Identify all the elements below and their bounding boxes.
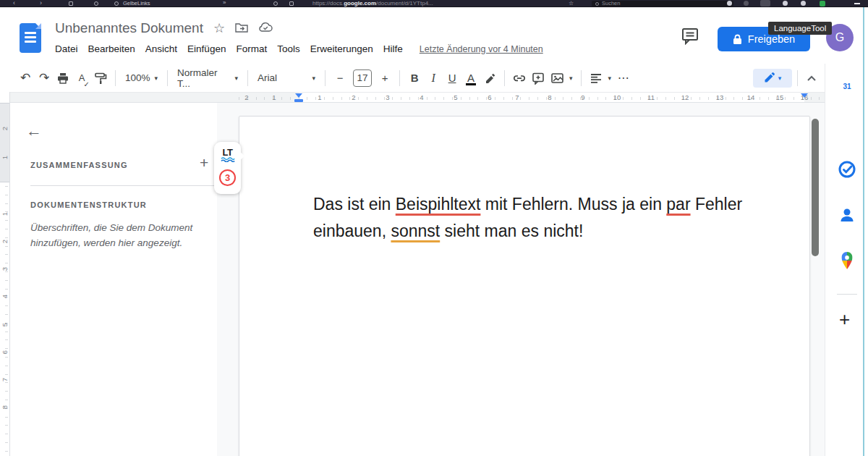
- redo-icon[interactable]: ↷: [35, 69, 53, 88]
- ruler-label: 2: [244, 93, 248, 101]
- google-calendar-icon[interactable]: 31: [838, 77, 856, 96]
- italic-button[interactable]: I: [425, 69, 442, 88]
- menu-tools[interactable]: Tools: [272, 41, 305, 57]
- bookmarks-overflow-icon[interactable]: »: [223, 0, 226, 7]
- chevron-down-icon[interactable]: ▾: [569, 75, 573, 82]
- doc-line[interactable]: Das ist ein Beispihltext mit Fehlern. Mu…: [313, 191, 742, 218]
- error-word[interactable]: sonnst: [391, 221, 440, 240]
- add-comment-icon[interactable]: [529, 69, 547, 88]
- google-side-panel: 31 +: [825, 64, 868, 456]
- ruler-label: 12: [681, 93, 689, 101]
- spellcheck-icon[interactable]: A✓: [73, 69, 90, 88]
- hanging-indent-marker[interactable]: [294, 99, 303, 102]
- hide-menus-icon[interactable]: [803, 69, 820, 88]
- zoom-select[interactable]: 100%▾: [121, 69, 162, 88]
- minimize-icon[interactable]: [854, 3, 860, 4]
- bold-button[interactable]: B: [406, 69, 423, 88]
- ruler-label: 2: [352, 93, 355, 101]
- languagetool-logo: LT: [223, 148, 233, 157]
- ruler-label: 5: [454, 93, 457, 101]
- google-keep-icon[interactable]: [838, 119, 856, 138]
- decrease-font-icon[interactable]: −: [331, 69, 349, 88]
- bookmark-globe-icon: [114, 1, 119, 6]
- text-run: sieht man es nicht!: [440, 221, 583, 240]
- ruler-label: 5: [1, 320, 9, 329]
- share-button-label: Freigeben: [748, 33, 795, 45]
- languagetool-badge[interactable]: LT 3: [214, 142, 241, 194]
- browser-reload-icon[interactable]: [94, 1, 98, 6]
- text-run: Das ist ein: [313, 195, 396, 214]
- languagetool-extension-icon[interactable]: [760, 0, 770, 7]
- chevron-down-icon: ▾: [778, 75, 782, 82]
- google-docs-logo[interactable]: [20, 23, 41, 53]
- bookmark-star-icon[interactable]: ☆: [569, 0, 574, 7]
- menu-ansicht[interactable]: Ansicht: [140, 41, 182, 57]
- font-size-field[interactable]: 17: [353, 69, 372, 87]
- menu-erweiterungen[interactable]: Erweiterungen: [305, 41, 378, 57]
- menu-bar: Datei Bearbeiten Ansicht Einfügen Format…: [50, 41, 543, 57]
- ruler-label: 1: [272, 93, 276, 101]
- browser-back-icon[interactable]: ‹: [13, 0, 15, 7]
- browser-tab-icon[interactable]: [69, 1, 73, 6]
- menu-bearbeiten[interactable]: Bearbeiten: [83, 41, 140, 57]
- menu-hilfe[interactable]: Hilfe: [378, 41, 408, 57]
- print-icon[interactable]: [54, 69, 72, 88]
- menu-datei[interactable]: Datei: [50, 41, 83, 57]
- ruler-label: 6: [488, 93, 491, 101]
- google-maps-icon[interactable]: [838, 251, 856, 270]
- vertical-scrollbar[interactable]: [812, 119, 819, 256]
- doc-line[interactable]: einbauen, sonnst sieht man es nicht!: [313, 218, 742, 245]
- close-outline-icon[interactable]: ←: [26, 123, 42, 139]
- last-edit-link[interactable]: Letzte Änderung vor 4 Minuten: [420, 44, 543, 54]
- more-options-icon[interactable]: ⋯: [615, 69, 632, 88]
- increase-font-icon[interactable]: +: [376, 69, 393, 88]
- editing-mode-button[interactable]: ▾: [753, 69, 792, 88]
- font-select[interactable]: Arial▾: [253, 69, 320, 88]
- browser-search-field[interactable]: Suchen: [592, 1, 733, 7]
- screen: ‹ › GelbeLinks » https://docs.google.com…: [0, 0, 868, 456]
- add-summary-icon[interactable]: +: [200, 155, 208, 170]
- right-indent-marker[interactable]: [801, 93, 808, 98]
- bookmark-label[interactable]: GelbeLinks: [123, 0, 150, 7]
- align-icon[interactable]: [587, 69, 605, 88]
- insert-image-icon[interactable]: [548, 69, 566, 88]
- highlight-color-icon[interactable]: [481, 69, 498, 88]
- error-word[interactable]: Beispihltext: [396, 195, 481, 214]
- insert-link-icon[interactable]: [511, 69, 528, 88]
- get-addons-button[interactable]: +: [839, 310, 850, 329]
- structure-title: DOKUMENTENSTRUKTUR: [30, 200, 147, 209]
- text-color-button[interactable]: A: [462, 69, 480, 88]
- account-icon[interactable]: [801, 1, 806, 6]
- ruler-label: 2: [1, 237, 9, 246]
- chevron-down-icon: ▾: [235, 75, 239, 82]
- menu-format[interactable]: Format: [231, 41, 272, 57]
- move-folder-icon[interactable]: [235, 22, 248, 35]
- cloud-status-icon[interactable]: [258, 22, 273, 35]
- divider: [837, 294, 857, 295]
- ruler-label: 13: [716, 93, 724, 101]
- left-indent-marker[interactable]: [295, 93, 302, 98]
- page-info-icon[interactable]: [289, 1, 294, 6]
- error-word[interactable]: par: [666, 195, 690, 214]
- undo-icon[interactable]: ↶: [17, 69, 34, 88]
- extension-icon[interactable]: [727, 1, 732, 6]
- open-comments-icon[interactable]: [681, 26, 701, 46]
- underline-button[interactable]: U: [443, 69, 461, 88]
- extension-icon[interactable]: [744, 1, 749, 6]
- star-icon[interactable]: ☆: [213, 22, 225, 34]
- menu-einfuegen[interactable]: Einfügen: [182, 41, 231, 57]
- google-contacts-icon[interactable]: [838, 206, 856, 224]
- extension-icon[interactable]: [783, 1, 788, 6]
- google-tasks-icon[interactable]: [838, 160, 856, 179]
- shield-icon[interactable]: [273, 1, 278, 6]
- document-page[interactable]: Das ist ein Beispihltext mit Fehlern. Mu…: [239, 116, 810, 456]
- document-text[interactable]: Das ist ein Beispihltext mit Fehlern. Mu…: [313, 191, 742, 244]
- extension-icon-green[interactable]: [820, 1, 825, 7]
- document-title[interactable]: Unbenanntes Dokument: [55, 20, 203, 36]
- chevron-down-icon[interactable]: ▾: [608, 75, 612, 82]
- paint-format-icon[interactable]: [92, 69, 109, 88]
- paragraph-style-select[interactable]: Normaler T...▾: [173, 69, 242, 88]
- error-count-badge[interactable]: 3: [219, 169, 236, 186]
- url-text[interactable]: https://docs.google.com/document/d/1YTtp…: [312, 0, 433, 7]
- browser-forward-icon[interactable]: ›: [40, 0, 42, 7]
